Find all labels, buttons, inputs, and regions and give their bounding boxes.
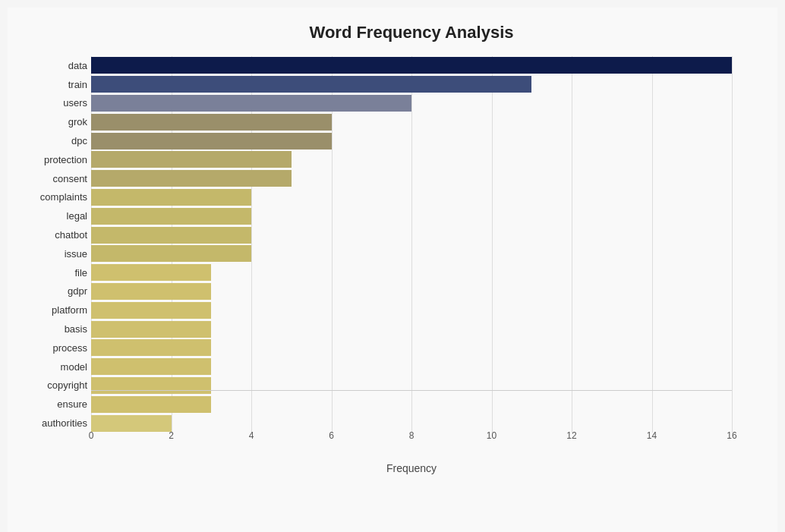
bar-label: chatbot xyxy=(19,229,87,241)
bar-track xyxy=(91,245,732,262)
bar-fill xyxy=(91,151,292,168)
x-tick: 14 xyxy=(647,430,657,441)
x-tick: 0 xyxy=(89,430,94,441)
bar-label: data xyxy=(19,60,87,71)
grid-line xyxy=(732,56,733,433)
bar-row: ensure xyxy=(91,395,732,414)
x-tick: 12 xyxy=(566,430,576,441)
bar-label: ensure xyxy=(19,398,87,410)
bar-row: process xyxy=(91,338,732,357)
bar-track xyxy=(91,95,732,112)
bar-row: dpc xyxy=(91,131,732,150)
bar-label: gdpr xyxy=(19,285,87,297)
chart-container: Word Frequency Analysis datatrainusersgr… xyxy=(8,8,777,532)
bar-label: complaints xyxy=(19,191,87,203)
bar-track xyxy=(91,302,732,319)
bar-label: model xyxy=(19,361,87,373)
bar-track xyxy=(91,133,732,150)
bar-fill xyxy=(91,133,332,150)
bar-label: protection xyxy=(19,154,87,165)
bar-label: copyright xyxy=(19,379,87,391)
x-axis-ticks: 0246810121416 xyxy=(91,430,732,445)
bar-label: consent xyxy=(19,173,87,184)
bar-row: gdpr xyxy=(91,282,732,301)
bar-row: protection xyxy=(91,150,732,169)
bar-label: issue xyxy=(19,248,87,260)
bar-rows: datatrainusersgrokdpcprotectionconsentco… xyxy=(91,56,732,433)
bar-fill xyxy=(91,264,211,281)
bar-track xyxy=(91,264,732,281)
bar-track xyxy=(91,114,732,131)
bar-row: model xyxy=(91,357,732,376)
bar-track xyxy=(91,358,732,375)
bar-label: file xyxy=(19,267,87,279)
bar-row: basis xyxy=(91,320,732,338)
bar-fill xyxy=(91,170,292,187)
bar-row: chatbot xyxy=(91,225,732,244)
bar-fill xyxy=(91,76,531,93)
bar-fill xyxy=(91,396,211,413)
x-tick: 2 xyxy=(169,430,174,441)
bar-row: data xyxy=(91,56,732,75)
bar-fill xyxy=(91,245,251,262)
bar-row: file xyxy=(91,263,732,282)
bar-track xyxy=(91,415,732,432)
chart-area: datatrainusersgrokdpcprotectionconsentco… xyxy=(91,56,732,474)
bar-track xyxy=(91,151,732,168)
bars-section: datatrainusersgrokdpcprotectionconsentco… xyxy=(91,56,732,433)
bar-row: consent xyxy=(91,169,732,188)
bar-track xyxy=(91,339,732,356)
x-tick: 10 xyxy=(487,430,497,441)
bar-fill xyxy=(91,377,211,394)
bar-fill xyxy=(91,415,172,432)
bar-label: process xyxy=(19,342,87,354)
bar-fill xyxy=(91,321,211,338)
bar-track xyxy=(91,76,732,93)
x-tick: 8 xyxy=(409,430,415,441)
bar-fill xyxy=(91,114,332,131)
bar-fill xyxy=(91,208,251,225)
bar-row: train xyxy=(91,75,732,94)
bar-label: train xyxy=(19,79,87,90)
bar-label: dpc xyxy=(19,135,87,146)
bar-row: copyright xyxy=(91,376,732,395)
bar-track xyxy=(91,170,732,187)
bar-fill xyxy=(91,358,211,375)
bar-label: basis xyxy=(19,323,87,335)
bar-label: legal xyxy=(19,210,87,222)
x-tick: 4 xyxy=(249,430,254,441)
x-axis-label: Frequency xyxy=(91,462,732,474)
bar-label: authorities xyxy=(19,417,87,429)
x-tick: 16 xyxy=(727,430,736,441)
bar-row: issue xyxy=(91,244,732,263)
bar-track xyxy=(91,396,732,413)
bar-row: platform xyxy=(91,301,732,320)
axis-bottom-line xyxy=(91,390,732,391)
bar-fill xyxy=(91,227,251,244)
bar-row: grok xyxy=(91,112,732,131)
bar-fill xyxy=(91,339,211,356)
bar-row: complaints xyxy=(91,188,732,207)
bar-row: users xyxy=(91,94,732,113)
bar-track xyxy=(91,227,732,244)
x-tick: 6 xyxy=(329,430,334,441)
bar-label: platform xyxy=(19,304,87,316)
bar-row: legal xyxy=(91,206,732,225)
bar-track xyxy=(91,377,732,394)
bar-fill xyxy=(91,302,211,319)
bar-fill xyxy=(91,189,251,206)
bar-track xyxy=(91,189,732,206)
bar-fill xyxy=(91,283,211,300)
chart-title: Word Frequency Analysis xyxy=(91,23,732,42)
bar-track xyxy=(91,57,732,74)
bar-label: users xyxy=(19,97,87,109)
bar-fill xyxy=(91,57,732,74)
bar-track xyxy=(91,208,732,225)
bar-track xyxy=(91,283,732,300)
bar-label: grok xyxy=(19,116,87,127)
bar-track xyxy=(91,321,732,338)
bar-fill xyxy=(91,95,411,112)
